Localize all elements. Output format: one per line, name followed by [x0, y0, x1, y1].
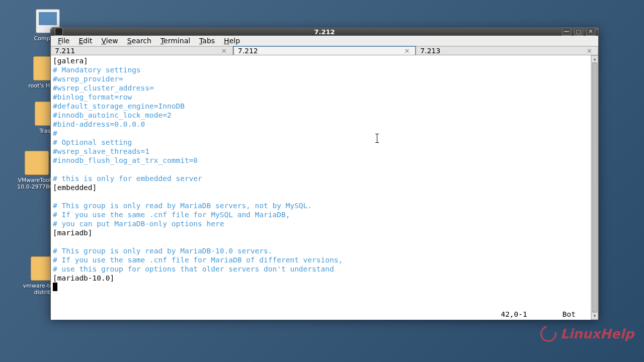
code-line: # this is only for embedded server	[53, 174, 202, 183]
cursor-block-icon	[53, 283, 57, 291]
code-line: #wsrep_cluster_address=	[53, 84, 154, 92]
swirl-icon	[537, 323, 559, 345]
minimize-button[interactable]: —	[562, 28, 571, 36]
menu-search[interactable]: Search	[123, 36, 155, 46]
tab-close-icon[interactable]: ✕	[403, 47, 411, 55]
code-line: # use this group for options that older …	[53, 265, 334, 273]
menu-view[interactable]: View	[98, 36, 122, 46]
terminal-content[interactable]: [galera] # Mandatory settings #wsrep_pro…	[51, 55, 591, 320]
code-line: #	[53, 129, 57, 137]
scroll-position: Bot	[562, 310, 576, 319]
tab-label: 7.212	[238, 47, 258, 55]
code-line: # you can put MariaDB-only options here	[53, 220, 224, 228]
window-title: 7.212	[314, 28, 335, 36]
scrollbar-vertical[interactable]: ▴ ▾	[591, 55, 598, 320]
tab-7-211[interactable]: 7.211✕	[51, 46, 233, 55]
scroll-thumb[interactable]	[592, 63, 598, 312]
menu-tabs[interactable]: Tabs	[195, 36, 219, 46]
scroll-track[interactable]	[591, 63, 598, 312]
tab-close-icon[interactable]: ✕	[220, 47, 228, 55]
code-line: [mariadb]	[53, 229, 93, 237]
titlebar[interactable]: 7.212 — □ ✕	[51, 28, 598, 36]
folder-icon	[25, 151, 49, 175]
menu-terminal[interactable]: Terminal	[156, 36, 194, 46]
terminal-icon	[55, 28, 63, 36]
code-line: # Optional setting	[53, 138, 132, 146]
code-line: #binlog_format=row	[53, 93, 132, 101]
code-line: #wsrep_provider=	[53, 75, 123, 83]
code-line: #bind-address=0.0.0.0	[53, 120, 145, 128]
code-line: #wsrep_slave_threads=1	[53, 147, 149, 155]
code-line: # This group is only read by MariaDB ser…	[53, 202, 312, 210]
maximize-button[interactable]: □	[574, 28, 583, 36]
watermark: LinuxHelp	[540, 326, 634, 342]
terminal-window: 7.212 — □ ✕ FileEditViewSearchTerminalTa…	[50, 27, 599, 319]
code-line: # If you use the same .cnf file for MySQ…	[53, 211, 290, 219]
menubar: FileEditViewSearchTerminalTabsHelp	[51, 36, 598, 46]
scroll-up-icon[interactable]: ▴	[591, 55, 598, 63]
watermark-text: LinuxHelp	[560, 326, 634, 341]
terminal-area: [galera] # Mandatory settings #wsrep_pro…	[51, 55, 598, 320]
cursor-position: 42,0-1	[501, 310, 527, 319]
code-line: # This group is only read by MariaDB-10.…	[53, 247, 273, 255]
code-line: #default_storage_engine=InnoDB	[53, 102, 185, 110]
tab-7-212[interactable]: 7.212✕	[233, 46, 417, 55]
code-line: # Mandatory settings	[53, 66, 141, 74]
menu-edit[interactable]: Edit	[74, 36, 96, 46]
vim-status-line: 42,0-1 Bot	[501, 310, 576, 319]
code-line: [embedded]	[53, 184, 97, 192]
code-line: [galera]	[53, 57, 88, 65]
code-line: #innodb_autoinc_lock_mode=2	[53, 111, 172, 119]
tab-label: 7.211	[55, 47, 75, 55]
code-line: [mariadb-10.0]	[53, 274, 114, 282]
tab-label: 7.213	[420, 47, 440, 55]
tab-close-icon[interactable]: ✕	[585, 47, 594, 55]
code-line: #innodb_flush_log_at_trx_commit=0	[53, 156, 198, 164]
menu-file[interactable]: File	[54, 36, 73, 46]
code-line: # If you use the same .cnf file for Mari…	[53, 256, 343, 264]
tabbar: 7.211✕7.212✕7.213✕	[51, 46, 598, 55]
menu-help[interactable]: Help	[220, 36, 244, 46]
scroll-down-icon[interactable]: ▾	[591, 312, 598, 320]
text-cursor-icon	[377, 134, 377, 143]
tab-7-213[interactable]: 7.213✕	[416, 46, 598, 55]
close-button[interactable]: ✕	[586, 28, 595, 36]
